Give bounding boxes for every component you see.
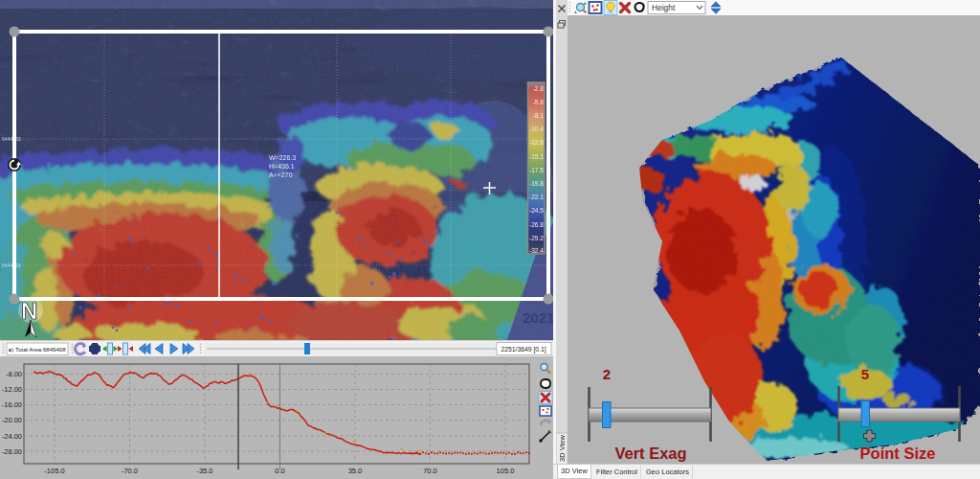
svg-text:6444453: 6444453 — [2, 136, 21, 142]
svg-text:105.0: 105.0 — [497, 467, 515, 475]
svg-text:-70.0: -70.0 — [122, 467, 138, 475]
svg-text:-5.8: -5.8 — [533, 99, 545, 105]
svg-text:Point Size: Point Size — [860, 445, 936, 462]
svg-text:-24.00: -24.00 — [2, 432, 22, 441]
svg-text:-16.00: -16.00 — [2, 400, 22, 409]
svg-text:6444329: 6444329 — [2, 262, 21, 268]
svg-text:-10.4: -10.4 — [529, 125, 544, 132]
svg-text:-29.2: -29.2 — [529, 235, 544, 241]
svg-text:-22.1: -22.1 — [529, 194, 544, 200]
svg-text:๑) Total Area:6849408: ๑) Total Area:6849408 — [9, 346, 67, 353]
svg-text:N: N — [21, 298, 37, 324]
svg-text:-105.0: -105.0 — [44, 467, 64, 475]
svg-text:2251/3649 [0.1]: 2251/3649 [0.1] — [501, 346, 546, 354]
svg-text:A=+270: A=+270 — [269, 171, 293, 178]
svg-text:-8.1: -8.1 — [533, 112, 545, 119]
svg-text:H=436.1: H=436.1 — [269, 163, 295, 170]
svg-text:Height: Height — [652, 3, 676, 12]
svg-text:-24.5: -24.5 — [529, 207, 544, 214]
svg-text:W=226.3: W=226.3 — [269, 154, 296, 161]
svg-text:35.0: 35.0 — [348, 467, 363, 475]
svg-text:2: 2 — [603, 366, 611, 382]
svg-text:-15.1: -15.1 — [529, 153, 544, 160]
svg-text:3D View: 3D View — [558, 435, 567, 462]
svg-text:-20.00: -20.00 — [2, 416, 22, 424]
svg-text:-19.8: -19.8 — [529, 180, 544, 187]
svg-text:-17.5: -17.5 — [529, 167, 544, 173]
svg-text:-12.00: -12.00 — [2, 385, 22, 394]
svg-text:Vert Exag: Vert Exag — [614, 445, 686, 462]
svg-text:-35.0: -35.0 — [196, 467, 212, 475]
svg-text:-12.8: -12.8 — [529, 139, 544, 146]
svg-text:-2.8: -2.8 — [533, 85, 545, 92]
svg-text:-28.00: -28.00 — [2, 447, 22, 456]
svg-text:-26.8: -26.8 — [529, 221, 544, 228]
svg-text:70.0: 70.0 — [423, 467, 437, 475]
svg-text:5: 5 — [861, 366, 869, 382]
svg-text:-32.4: -32.4 — [529, 247, 544, 254]
svg-text:-8.00: -8.00 — [6, 370, 22, 378]
